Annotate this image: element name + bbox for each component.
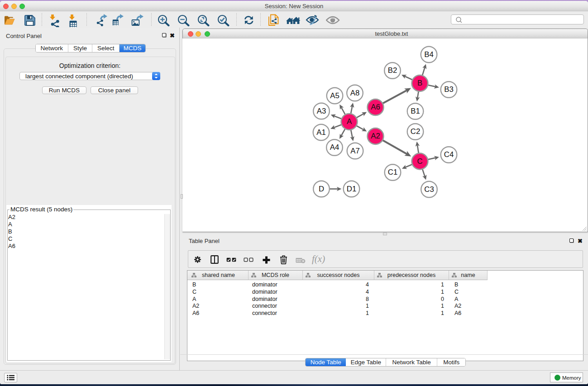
svg-text:A1: A1 <box>316 128 326 137</box>
svg-text:D1: D1 <box>347 185 356 193</box>
svg-text:D: D <box>319 185 324 193</box>
svg-text:C3: C3 <box>424 185 434 194</box>
svg-text:A6: A6 <box>371 103 380 111</box>
svg-text:C4: C4 <box>444 150 454 159</box>
svg-text:C1: C1 <box>388 168 397 176</box>
svg-text:C2: C2 <box>411 127 420 136</box>
svg-text:B4: B4 <box>424 50 434 59</box>
svg-text:B1: B1 <box>411 107 420 115</box>
svg-text:A3: A3 <box>317 107 326 115</box>
svg-text:B: B <box>417 79 422 87</box>
svg-text:A4: A4 <box>330 143 339 152</box>
svg-text:A8: A8 <box>350 89 360 97</box>
svg-text:A5: A5 <box>330 91 339 100</box>
svg-text:B2: B2 <box>388 66 397 75</box>
svg-text:A2: A2 <box>371 132 380 140</box>
svg-text:C: C <box>417 157 422 166</box>
svg-text:A: A <box>347 117 352 126</box>
svg-text:A7: A7 <box>350 147 360 155</box>
svg-text:B3: B3 <box>444 85 454 94</box>
